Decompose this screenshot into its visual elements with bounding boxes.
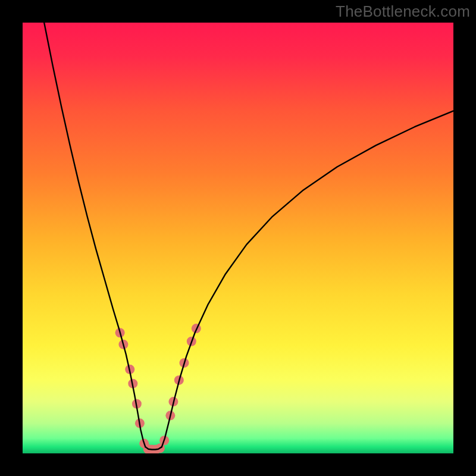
chart-svg <box>23 23 453 453</box>
gradient-background <box>23 23 453 453</box>
watermark-text: TheBottleneck.com <box>336 2 470 21</box>
plot-area <box>23 23 453 453</box>
chart-frame: TheBottleneck.com <box>0 0 476 476</box>
